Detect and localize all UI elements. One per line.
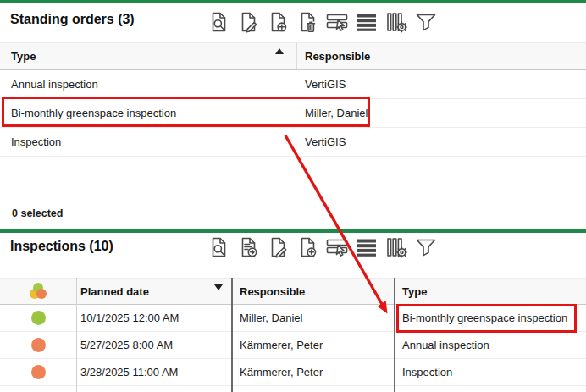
column-settings-icon[interactable] <box>385 236 407 258</box>
inspections-table-header: Planned date Responsible Type <box>0 278 586 305</box>
row-display-icon[interactable] <box>356 11 378 33</box>
type-cell: Bi-monthly greenspace inspection <box>11 107 176 119</box>
inspections-title: Inspections (10) <box>10 239 113 254</box>
select-row-icon[interactable] <box>326 11 348 33</box>
filter-icon[interactable] <box>415 236 437 258</box>
document-edit-icon[interactable] <box>237 11 259 33</box>
standing-orders-toolbar <box>207 11 437 33</box>
status-dot <box>31 338 46 352</box>
top-accent-bar <box>0 0 586 3</box>
column-header-type[interactable]: Type <box>395 279 586 304</box>
responsible-cell: Kämmerer, Peter <box>240 339 323 351</box>
responsible-cell: Kämmerer, Peter <box>240 366 323 378</box>
type-cell: Bi-monthly greenspace inspection <box>402 312 567 324</box>
responsible-cell: VertiGIS <box>305 135 346 148</box>
selection-count-label: 0 selected <box>12 207 63 219</box>
document-add-icon[interactable] <box>267 11 289 33</box>
responsible-cell: Miller, Daniel <box>305 107 368 119</box>
document-view-icon[interactable] <box>207 11 229 33</box>
planned-date-cell: 10/1/2025 12:00 AM <box>80 312 179 324</box>
table-row[interactable]: Annual inspection VertiGIS <box>0 70 586 99</box>
panel-divider <box>0 229 586 233</box>
inspections-toolbar <box>207 236 437 258</box>
document-edit-icon[interactable] <box>267 236 289 258</box>
responsible-cell: VertiGIS <box>305 78 346 91</box>
status-dot <box>31 311 46 325</box>
document-delete-icon[interactable] <box>296 11 318 33</box>
status-dot <box>31 365 46 379</box>
column-header-planned-date[interactable]: Planned date <box>76 279 233 304</box>
type-cell: Annual inspection <box>11 78 98 91</box>
type-cell: Annual inspection <box>402 339 489 351</box>
standing-orders-title: Standing orders (3) <box>10 12 135 27</box>
planned-date-cell: 5/27/2025 8:00 AM <box>80 339 173 351</box>
planned-date-cell: 3/28/2025 11:00 AM <box>80 366 178 378</box>
column-header-status[interactable] <box>0 279 76 304</box>
table-row[interactable]: Inspection VertiGIS <box>0 128 586 157</box>
document-view-icon[interactable] <box>207 236 229 258</box>
table-row[interactable]: Bi-monthly greenspace inspection Miller,… <box>0 99 586 128</box>
responsible-cell: Miller, Daniel <box>240 312 302 324</box>
table-row[interactable]: 3/28/2025 11:00 AM Kämmerer, Peter Inspe… <box>0 359 586 386</box>
status-venn-icon <box>28 282 48 301</box>
column-separator[interactable] <box>231 278 233 392</box>
column-header-responsible[interactable]: Responsible <box>233 279 395 304</box>
sort-descending-icon <box>214 284 223 290</box>
row-display-icon[interactable] <box>356 236 378 258</box>
column-separator[interactable] <box>394 278 395 392</box>
column-separator <box>76 278 77 392</box>
filter-icon[interactable] <box>415 11 437 33</box>
sort-ascending-icon <box>275 48 284 54</box>
type-cell: Inspection <box>11 135 61 148</box>
column-header-responsible[interactable]: Responsible <box>297 43 586 69</box>
column-header-type[interactable]: Type <box>0 43 297 69</box>
standing-orders-table-header: Type Responsible <box>0 42 586 70</box>
type-cell: Inspection <box>402 366 452 378</box>
table-row[interactable]: 5/27/2025 8:00 AM Kämmerer, Peter Annual… <box>0 332 586 359</box>
table-row[interactable]: 10/1/2025 12:00 AM Miller, Daniel Bi-mon… <box>0 305 586 332</box>
document-forward-icon[interactable] <box>237 236 259 258</box>
standing-orders-table: Type Responsible Annual inspection Verti… <box>0 42 586 157</box>
document-add-icon[interactable] <box>296 236 318 258</box>
select-row-icon[interactable] <box>326 236 348 258</box>
work-orders-window: Standing orders (3) Type Responsible Ann… <box>0 0 586 392</box>
column-settings-icon[interactable] <box>385 11 407 33</box>
inspections-table: Planned date Responsible Type 10/1/2025 … <box>0 278 586 386</box>
